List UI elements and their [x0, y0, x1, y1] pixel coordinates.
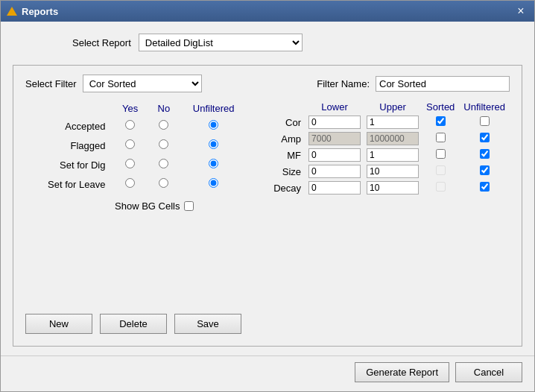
col-yes-header: Yes	[113, 101, 147, 116]
setdig-unfiltered-radio[interactable]	[209, 159, 218, 168]
show-bg-cells-checkbox[interactable]	[184, 201, 194, 211]
setleave-no-radio[interactable]	[159, 178, 168, 188]
flagged-no-radio[interactable]	[159, 139, 168, 149]
select-report-row: Select Report Detailed DigList Summary D…	[13, 31, 522, 57]
mf-label: MF	[270, 147, 306, 163]
cancel-button[interactable]: Cancel	[455, 362, 522, 382]
flagged-yes-radio[interactable]	[125, 139, 135, 149]
table-row: Amp	[270, 130, 510, 147]
decay-lower-input[interactable]	[308, 181, 361, 195]
table-row: Set for Dig	[27, 156, 247, 174]
col-sorted-header: Sorted	[422, 100, 459, 114]
main-content-panel: Select Filter Cor Sorted All Flagged Acc…	[13, 65, 522, 347]
accepted-yes-radio[interactable]	[125, 120, 135, 130]
amp-unfiltered-checkbox[interactable]	[480, 133, 490, 142]
table-row: Accepted	[27, 117, 247, 135]
app-icon	[7, 7, 17, 16]
window-body: Select Report Detailed DigList Summary D…	[1, 22, 534, 355]
decay-upper-input[interactable]	[367, 181, 419, 195]
filter-name-section: Filter Name:	[317, 76, 510, 92]
flagged-label: Flagged	[27, 136, 111, 154]
generate-report-button[interactable]: Generate Report	[355, 362, 449, 382]
col-unfiltered-header2: Unfiltered	[459, 100, 510, 114]
decay-sorted-checkbox[interactable]	[436, 182, 446, 192]
cor-label: Cor	[270, 114, 306, 130]
col-unfiltered-header: Unfiltered	[180, 101, 247, 116]
window-title: Reports	[22, 6, 58, 17]
radio-table: Yes No Unfiltered Accepted	[25, 100, 248, 195]
size-label: Size	[270, 163, 306, 180]
setleave-unfiltered-radio[interactable]	[209, 178, 218, 188]
delete-button[interactable]: Delete	[100, 314, 167, 334]
cor-unfiltered-checkbox[interactable]	[480, 116, 490, 126]
show-bg-cells-label: Show BG Cells	[115, 200, 180, 212]
setdig-no-radio[interactable]	[159, 159, 168, 168]
amp-sorted-checkbox[interactable]	[436, 133, 446, 142]
table-row: MF	[270, 147, 510, 163]
new-button[interactable]: New	[25, 314, 92, 334]
footer-buttons: Generate Report Cancel	[1, 355, 534, 391]
title-bar: Reports ×	[1, 1, 534, 22]
decay-label: Decay	[270, 180, 306, 196]
mf-unfiltered-checkbox[interactable]	[480, 149, 490, 159]
filter-name-label: Filter Name:	[317, 78, 370, 89]
table-row: Set for Leave	[27, 175, 247, 193]
cor-lower-input[interactable]	[308, 116, 361, 129]
left-panel: Yes No Unfiltered Accepted	[25, 100, 263, 300]
size-lower-input[interactable]	[308, 165, 361, 178]
mf-sorted-checkbox[interactable]	[436, 149, 446, 159]
show-bg-row: Show BG Cells	[25, 200, 248, 212]
filter-name-input[interactable]	[376, 76, 510, 92]
mf-upper-input[interactable]	[367, 148, 419, 162]
table-row: Decay	[270, 180, 510, 196]
num-table: Lower Upper Sorted Unfiltered Cor	[270, 100, 510, 196]
flagged-unfiltered-radio[interactable]	[209, 139, 218, 149]
right-panel: Lower Upper Sorted Unfiltered Cor	[263, 100, 510, 300]
select-report-label: Select Report	[72, 37, 131, 48]
save-button[interactable]: Save	[174, 314, 241, 334]
set-for-leave-label: Set for Leave	[27, 175, 111, 193]
setdig-yes-radio[interactable]	[125, 159, 135, 168]
size-unfiltered-checkbox[interactable]	[480, 165, 490, 175]
table-row: Flagged	[27, 136, 247, 154]
amp-lower-input[interactable]	[308, 132, 361, 145]
setleave-yes-radio[interactable]	[125, 178, 135, 188]
table-row: Cor	[270, 114, 510, 130]
two-column-layout: Yes No Unfiltered Accepted	[25, 100, 510, 300]
set-for-dig-label: Set for Dig	[27, 156, 111, 174]
accepted-unfiltered-radio[interactable]	[209, 120, 218, 130]
select-filter-dropdown[interactable]: Cor Sorted All Flagged Accepted	[83, 75, 202, 92]
decay-unfiltered-checkbox[interactable]	[480, 182, 490, 192]
table-row: Size	[270, 163, 510, 180]
amp-label: Amp	[270, 130, 306, 147]
mf-lower-input[interactable]	[308, 148, 361, 162]
accepted-no-radio[interactable]	[159, 120, 168, 130]
accepted-label: Accepted	[27, 117, 111, 135]
top-section: Select Filter Cor Sorted All Flagged Acc…	[25, 75, 510, 92]
select-report-dropdown[interactable]: Detailed DigList Summary DigList Other	[139, 34, 303, 51]
size-upper-input[interactable]	[367, 165, 419, 178]
close-button[interactable]: ×	[513, 4, 528, 19]
cor-sorted-checkbox[interactable]	[436, 116, 446, 126]
bottom-buttons: New Delete Save	[25, 308, 510, 337]
col-lower-header: Lower	[306, 100, 364, 114]
select-filter-label: Select Filter	[25, 78, 77, 89]
cor-upper-input[interactable]	[367, 116, 419, 129]
reports-window: Reports × Select Report Detailed DigList…	[0, 0, 535, 392]
col-no-header: No	[149, 101, 180, 116]
title-bar-left: Reports	[7, 6, 58, 17]
amp-upper-input[interactable]	[367, 132, 419, 145]
size-sorted-checkbox[interactable]	[436, 165, 446, 175]
col-upper-header: Upper	[364, 100, 422, 114]
